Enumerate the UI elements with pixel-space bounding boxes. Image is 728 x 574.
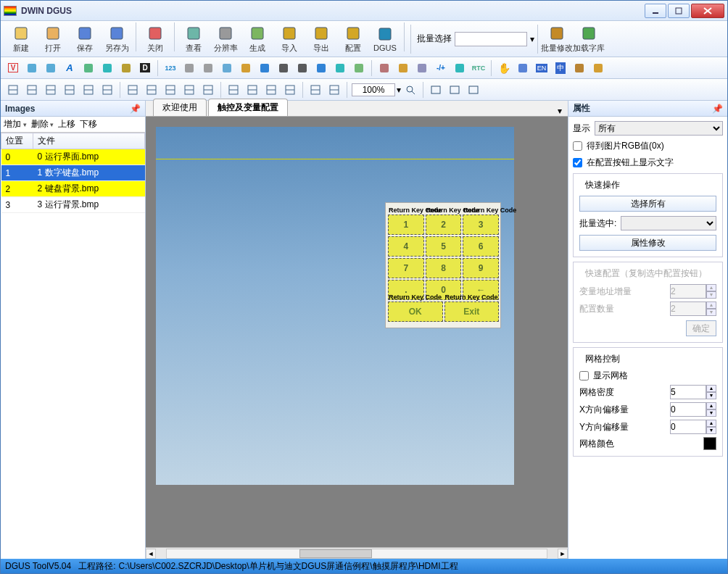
keypad-key-1[interactable]: Return Key Code1: [388, 215, 424, 235]
tab-touchconfig[interactable]: 触控及变量配置: [208, 99, 288, 116]
align-m-icon[interactable]: [80, 82, 96, 98]
same-icon[interactable]: [200, 82, 216, 98]
zoom-dropdown-icon[interactable]: ▾: [397, 85, 401, 95]
images-add-button[interactable]: 增加: [4, 118, 27, 130]
keypad-key-2[interactable]: Return Key Code2: [426, 215, 462, 235]
same-h-icon[interactable]: [181, 82, 197, 98]
toolbar-close-button[interactable]: 关闭: [139, 22, 171, 56]
window-icon[interactable]: [590, 60, 606, 76]
modify-props-button[interactable]: 属性修改: [579, 235, 716, 251]
maximize-button[interactable]: [668, 4, 690, 18]
batch-select-input[interactable]: [455, 32, 527, 46]
keypad-key-3[interactable]: Return Key Code3: [463, 215, 499, 235]
pin-icon[interactable]: 📌: [130, 104, 141, 114]
align-c-icon[interactable]: [24, 82, 40, 98]
中-icon[interactable]: 中: [553, 60, 568, 76]
toolbar-gen-button[interactable]: 生成: [241, 22, 273, 56]
toolbar-config-button[interactable]: 配置: [337, 22, 369, 56]
close-button[interactable]: [691, 4, 724, 18]
circles-icon[interactable]: [332, 60, 348, 76]
table-row[interactable]: 11 数字键盘.bmp: [1, 165, 145, 181]
align-r-icon[interactable]: [43, 82, 59, 98]
toolbar-batch-button[interactable]: 批量修改: [541, 22, 573, 56]
image-icon[interactable]: [80, 60, 96, 76]
toolbar-export-button[interactable]: 导出: [305, 22, 337, 56]
scroll-thumb[interactable]: [299, 549, 372, 558]
del-icon[interactable]: [282, 82, 298, 98]
pin-icon[interactable]: 📌: [712, 104, 723, 114]
images-delete-button[interactable]: 删除: [31, 118, 54, 130]
copy-icon[interactable]: [24, 60, 40, 76]
table-row[interactable]: 00 运行界面.bmp: [1, 149, 145, 165]
tab-menu-dropdown-icon[interactable]: ▾: [552, 106, 568, 116]
zoom-input[interactable]: [352, 83, 395, 96]
batch-select-dropdown-icon[interactable]: ▾: [530, 34, 534, 44]
show-grid-checkbox[interactable]: [579, 371, 589, 380]
grid-color-swatch[interactable]: [703, 437, 716, 450]
keypad-key-8[interactable]: 8: [426, 258, 462, 278]
grid-icon[interactable]: [515, 60, 531, 76]
mark-icon[interactable]: [414, 60, 430, 76]
canvas-viewport[interactable]: Return Key Code1Return Key Code2Return K…: [146, 117, 568, 547]
toolbar-view-button[interactable]: 查看: [178, 22, 210, 56]
batch-select-dropdown[interactable]: [621, 216, 716, 230]
list-icon[interactable]: [313, 60, 329, 76]
display-select[interactable]: 所有: [595, 121, 723, 136]
sync-icon[interactable]: [452, 60, 468, 76]
keypad-key-6[interactable]: 6: [463, 236, 499, 257]
zoom-fit-icon[interactable]: [402, 82, 418, 98]
flip-icon[interactable]: [43, 60, 59, 76]
EN-icon[interactable]: EN: [534, 60, 550, 76]
undo-icon[interactable]: [307, 82, 323, 98]
dist-h-icon[interactable]: [125, 82, 141, 98]
col-pos[interactable]: 位置: [1, 133, 33, 149]
rgb-checkbox[interactable]: [573, 141, 582, 151]
tools-icon[interactable]: [571, 60, 587, 76]
clone-icon[interactable]: [263, 82, 279, 98]
toolbar-res-button[interactable]: 分辨率: [210, 22, 241, 56]
toolbar-dgus-button[interactable]: DGUS: [369, 22, 401, 56]
hand-icon[interactable]: ✋: [496, 60, 512, 76]
showtext-checkbox[interactable]: [573, 158, 582, 167]
refresh-icon[interactable]: [99, 60, 115, 76]
keypad-exit-button[interactable]: Return Key CodeExit: [444, 301, 500, 322]
keypad-key-9[interactable]: 9: [463, 258, 499, 278]
123-icon[interactable]: 123: [162, 60, 178, 76]
var-icon[interactable]: [181, 60, 197, 76]
text-icon[interactable]: [200, 60, 216, 76]
fit-icon[interactable]: [428, 82, 444, 98]
design-canvas[interactable]: Return Key Code1Return Key Code2Return K…: [156, 127, 514, 485]
dash-icon[interactable]: [294, 60, 310, 76]
toolbar-new-button[interactable]: 新建: [5, 22, 37, 56]
V-icon[interactable]: V: [5, 60, 21, 76]
screens-icon[interactable]: [447, 82, 463, 98]
align-l-icon[interactable]: [5, 82, 21, 98]
toolbar-saveas-button[interactable]: 另存为: [101, 22, 133, 56]
history-icon[interactable]: [118, 60, 134, 76]
toolbar-font-button[interactable]: 加载字库: [573, 22, 605, 56]
tab-welcome[interactable]: 欢迎使用: [153, 99, 207, 116]
images-moveup-button[interactable]: 上移: [58, 118, 75, 130]
redo-icon[interactable]: [326, 82, 342, 98]
check-icon[interactable]: [351, 60, 367, 76]
minimize-button[interactable]: [645, 4, 666, 18]
same-w-icon[interactable]: [162, 82, 178, 98]
pencil-icon[interactable]: [395, 60, 411, 76]
scroll-left-icon[interactable]: ◄: [146, 549, 156, 559]
pen-icon[interactable]: [376, 60, 392, 76]
horizontal-scrollbar[interactable]: ◄ ►: [146, 547, 568, 559]
copy2-icon[interactable]: [226, 82, 241, 98]
align-b-icon[interactable]: [99, 82, 115, 98]
keypad-key-4[interactable]: 4: [388, 236, 424, 257]
A-icon[interactable]: A: [62, 60, 78, 76]
ellipse-icon[interactable]: [238, 60, 254, 76]
toolbar-open-button[interactable]: 打开: [37, 22, 69, 56]
keypad-key-7[interactable]: 7: [388, 258, 424, 278]
keypad-ok-button[interactable]: Return Key CodeOK: [388, 301, 443, 322]
images-movedown-button[interactable]: 下移: [80, 118, 97, 130]
paste-icon[interactable]: [244, 82, 260, 98]
scroll-right-icon[interactable]: ►: [558, 549, 568, 559]
grid-xoffset-input[interactable]: [670, 402, 706, 417]
line-icon[interactable]: [276, 60, 291, 76]
D-icon[interactable]: D: [137, 60, 153, 76]
